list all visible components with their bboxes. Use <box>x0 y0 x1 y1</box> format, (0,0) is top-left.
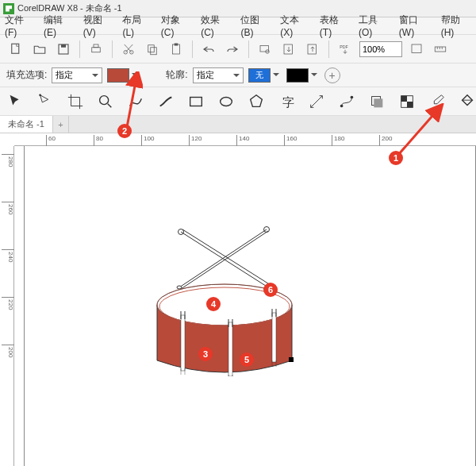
outline-none-picker[interactable]: 无 <box>248 68 282 83</box>
svg-rect-29 <box>407 102 413 107</box>
text-tool[interactable]: 字 <box>278 91 295 112</box>
separator <box>192 40 193 58</box>
svg-rect-17 <box>435 47 446 52</box>
ellipse-tool[interactable] <box>217 91 235 112</box>
rulers-button[interactable] <box>431 40 450 59</box>
menu-layout[interactable]: 布局(L) <box>122 13 151 38</box>
shape-tool[interactable] <box>36 91 54 112</box>
svg-point-23 <box>340 104 344 107</box>
rectangle-tool[interactable] <box>187 91 205 112</box>
menu-window[interactable]: 窗口(W) <box>399 13 432 38</box>
save-button[interactable] <box>54 40 73 59</box>
pick-tool[interactable] <box>6 91 24 112</box>
svg-rect-40 <box>272 313 276 362</box>
marker-4: 4 <box>206 297 221 311</box>
new-button[interactable] <box>6 40 25 59</box>
add-tab-button[interactable]: + <box>53 116 69 133</box>
ruler-tick: 220 <box>2 297 14 310</box>
fullscreen-button[interactable] <box>407 40 426 59</box>
artistic-media-tool[interactable] <box>157 91 175 112</box>
zoom-tool[interactable] <box>97 91 114 112</box>
undo-button[interactable] <box>199 40 218 59</box>
separator <box>79 40 80 58</box>
menu-table[interactable]: 表格(T) <box>320 13 349 38</box>
fill-swatch <box>107 68 129 83</box>
ruler-tick: 100 <box>141 135 154 146</box>
polygon-tool[interactable] <box>248 91 265 112</box>
separator <box>328 40 329 58</box>
cut-button[interactable] <box>119 40 138 59</box>
export-button[interactable] <box>303 40 322 59</box>
svg-point-21 <box>221 97 232 106</box>
ruler-tick: 280 <box>2 154 14 167</box>
svg-rect-16 <box>412 44 421 53</box>
menu-help[interactable]: 帮助(H) <box>441 13 471 38</box>
svg-rect-4 <box>94 44 98 48</box>
svg-rect-39 <box>228 322 232 376</box>
ruler-tick: 200 <box>2 345 14 357</box>
print-button[interactable] <box>86 40 106 59</box>
transparency-tool[interactable] <box>398 91 416 112</box>
ruler-tick: 260 <box>2 202 14 214</box>
svg-rect-13 <box>284 44 293 54</box>
outline-combo[interactable]: 指定 <box>193 67 244 83</box>
fill-color-picker[interactable] <box>107 68 140 83</box>
svg-rect-38 <box>181 315 185 371</box>
zoom-input[interactable] <box>359 41 402 57</box>
svg-point-24 <box>351 95 354 98</box>
svg-point-19 <box>100 95 109 104</box>
svg-rect-41 <box>289 357 294 362</box>
ruler-tick: 140 <box>236 135 249 146</box>
menu-bar: 文件(F) 编辑(E) 视图(V) 布局(L) 对象(C) 效果(C) 位图(B… <box>0 17 476 35</box>
svg-rect-3 <box>92 47 101 52</box>
ruler-tick: 240 <box>2 249 14 262</box>
outline-swatch <box>286 68 309 83</box>
separator <box>248 40 249 58</box>
svg-rect-0 <box>12 44 19 53</box>
paste-button[interactable] <box>167 40 186 59</box>
add-preset-button[interactable]: + <box>324 67 340 83</box>
eyedropper-tool[interactable] <box>428 91 446 112</box>
drum-illustration[interactable] <box>141 202 308 376</box>
menu-text[interactable]: 文本(X) <box>280 13 310 38</box>
document-tab[interactable]: 未命名 -1 <box>0 116 53 133</box>
import-button[interactable] <box>279 40 298 59</box>
standard-toolbar: PDF <box>0 35 476 64</box>
document-tabs: 未命名 -1 + <box>0 116 476 133</box>
crop-tool[interactable] <box>67 91 84 112</box>
menu-edit[interactable]: 编辑(E) <box>44 13 74 38</box>
connector-tool[interactable] <box>338 91 355 112</box>
publish-pdf-button[interactable]: PDF <box>336 40 355 59</box>
outline-label: 轮廓: <box>166 68 187 82</box>
toolbox-bar: 字 <box>0 87 476 116</box>
menu-effects[interactable]: 效果(C) <box>201 13 231 38</box>
marker-6: 6 <box>263 283 278 297</box>
ruler-tick: 180 <box>332 135 344 146</box>
marker-3: 3 <box>198 347 213 361</box>
open-button[interactable] <box>30 40 49 59</box>
marker-5: 5 <box>240 352 254 367</box>
svg-rect-7 <box>148 44 155 52</box>
svg-rect-26 <box>374 98 382 107</box>
redo-button[interactable] <box>223 40 242 59</box>
menu-view[interactable]: 视图(V) <box>83 13 113 38</box>
parallel-dimension-tool[interactable] <box>308 91 325 112</box>
ruler-tick: 160 <box>284 135 297 146</box>
fill-options-label: 填充选项: <box>6 68 47 82</box>
freehand-tool[interactable] <box>127 91 144 112</box>
fill-combo[interactable]: 指定 <box>52 67 102 83</box>
copy-button[interactable] <box>143 40 162 59</box>
interactive-fill-tool[interactable] <box>459 91 476 112</box>
menu-bitmaps[interactable]: 位图(B) <box>240 13 271 38</box>
svg-rect-2 <box>61 44 66 48</box>
drop-shadow-tool[interactable] <box>368 91 386 112</box>
ruler-tick: 60 <box>46 135 56 146</box>
menu-tools[interactable]: 工具(O) <box>359 13 390 38</box>
drawing-canvas[interactable]: 3 4 5 6 DDJM 软件自学网 WWW.RJZXW.COM <box>14 146 476 466</box>
outline-color-picker[interactable] <box>286 68 320 83</box>
search-button[interactable] <box>255 40 274 59</box>
svg-rect-10 <box>175 43 178 45</box>
window-title: CorelDRAW X8 - 未命名 -1 <box>17 2 122 14</box>
menu-object[interactable]: 对象(C) <box>161 13 191 38</box>
menu-file[interactable]: 文件(F) <box>5 13 34 38</box>
